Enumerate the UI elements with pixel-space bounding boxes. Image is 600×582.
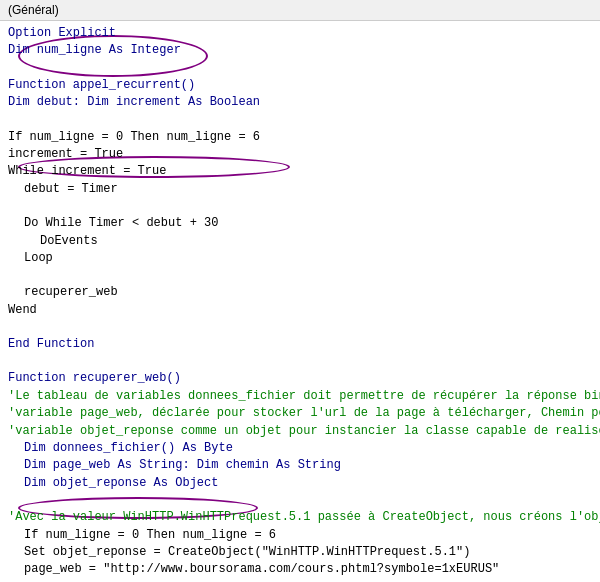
code-line: Loop <box>8 250 592 267</box>
code-line: Dim num_ligne As Integer <box>8 42 592 59</box>
empty-line <box>8 112 592 129</box>
code-line: Dim donnees_fichier() As Byte <box>8 440 592 457</box>
code-line: 'Avec la valeur WinHTTP.WinHTTPrequest.5… <box>8 509 592 526</box>
code-line: 'variable objet_reponse comme un objet p… <box>8 423 592 440</box>
code-line: Dim debut: Dim increment As Boolean <box>8 94 592 111</box>
code-lines: Option ExplicitDim num_ligne As IntegerF… <box>8 25 592 579</box>
empty-line <box>8 319 592 336</box>
empty-line <box>8 267 592 284</box>
empty-line <box>8 492 592 509</box>
code-line: 'Le tableau de variables donnees_fichier… <box>8 388 592 405</box>
code-line: debut = Timer <box>8 181 592 198</box>
code-line: Dim objet_reponse As Object <box>8 475 592 492</box>
code-line: End Function <box>8 336 592 353</box>
code-line: DoEvents <box>8 233 592 250</box>
title-bar: (Général) <box>0 0 600 21</box>
code-area: Option ExplicitDim num_ligne As IntegerF… <box>0 21 600 579</box>
empty-line <box>8 353 592 370</box>
code-line: Do While Timer < debut + 30 <box>8 215 592 232</box>
title-label: (Général) <box>8 3 59 17</box>
code-line: Wend <box>8 302 592 319</box>
code-line: Function appel_recurrent() <box>8 77 592 94</box>
code-line: While increment = True <box>8 163 592 180</box>
code-line: If num_ligne = 0 Then num_ligne = 6 <box>8 129 592 146</box>
code-line: Function recuperer_web() <box>8 370 592 387</box>
code-line: If num_ligne = 0 Then num_ligne = 6 <box>8 527 592 544</box>
code-line: recuperer_web <box>8 284 592 301</box>
code-line: Option Explicit <box>8 25 592 42</box>
code-line: page_web = "http://www.boursorama.com/co… <box>8 561 592 578</box>
code-line: increment = True <box>8 146 592 163</box>
code-line: 'variable page_web, déclarée pour stocke… <box>8 405 592 422</box>
empty-line <box>8 198 592 215</box>
empty-line <box>8 60 592 77</box>
code-line: Set objet_reponse = CreateObject("WinHTT… <box>8 544 592 561</box>
code-line: Dim page_web As String: Dim chemin As St… <box>8 457 592 474</box>
